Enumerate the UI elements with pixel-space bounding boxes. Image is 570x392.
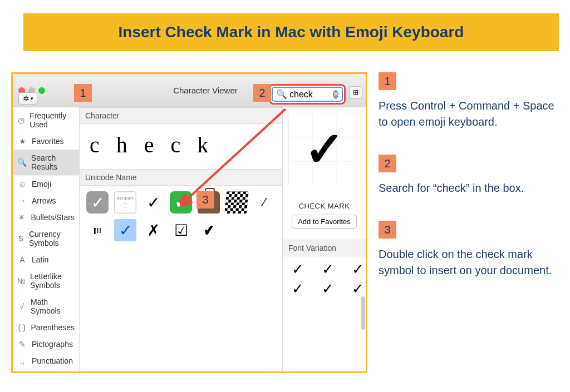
clock-icon: ◷ [17,116,25,125]
character-preview: ✓ [288,113,361,185]
character-grid: ✓ RECEIPT—— ✓ ✔ ⁄ ııı ✓ ✗ ☑ ✔ [80,186,282,252]
add-to-favorites-button[interactable]: Add to Favorites [292,215,357,229]
callout-badge-1: 1 [74,84,92,102]
step-text-1: Press Control + Command + Space to open … [379,98,559,130]
char-chequered-flag[interactable] [224,191,249,214]
font-variation-header: Font Variation [283,240,366,256]
font-variation-grid: ✓ ✓ ✓ ✓ ✓ ✓ [283,256,366,297]
section-character-header: Character [80,107,282,124]
results-pane: Character check Unicode Name ✓ RECEIPT——… [80,107,282,371]
numero-icon: № [17,276,26,285]
sidebar-item-letterlike[interactable]: №Letterlike Symbols [13,268,79,294]
char-bars[interactable]: ııı [86,219,109,241]
step-badge-2: 2 [379,155,396,172]
step-text-3: Double click on the check mark symbol to… [379,246,559,279]
root-icon: √ [17,302,26,311]
step-badge-1: 1 [379,72,396,90]
search-icon: 🔍 [17,158,27,167]
fv-glyph[interactable]: ✓ [352,280,374,297]
sidebar-item-frequently-used[interactable]: ◷Frequently Used [13,107,79,133]
page-title-banner: Insert Check Mark in Mac with Emoji Keyb… [23,13,559,51]
arrow-icon: → [17,196,27,205]
sidebar-item-parentheses[interactable]: ( )Parentheses [13,319,79,336]
fv-glyph[interactable]: ✓ [292,280,314,297]
paren-icon: ( ) [17,323,26,332]
compact-view-button[interactable]: ⊞ [349,86,362,98]
character-viewer-window: ✲▾ Character Viewer 🔍 ✕ ⊞ ◷Frequently Us… [11,72,367,373]
sidebar-item-punctuation[interactable]: .,Punctuation [13,353,79,369]
callout-badge-3: 3 [196,191,214,209]
gear-button[interactable]: ✲▾ [18,92,37,105]
gear-icon: ✲ [23,94,30,103]
scrollbar[interactable] [361,296,365,330]
character-preview-text: check [80,124,282,169]
pencil-icon: ✎ [17,340,27,349]
sidebar-item-math[interactable]: √Math Symbols [13,294,79,319]
char-ballot-box-check[interactable]: ✓ [86,191,109,214]
char-check[interactable]: ✓ [142,191,164,214]
clear-search-icon[interactable]: ✕ [333,90,338,99]
punct-icon: ., [17,356,27,365]
char-receipt[interactable]: RECEIPT—— [114,191,136,214]
fv-glyph[interactable]: ✓ [322,280,344,297]
search-field[interactable]: 🔍 ✕ [272,87,343,102]
latin-icon: A [17,255,27,264]
dollar-icon: $ [17,234,24,243]
char-boxed-check[interactable]: ☑ [170,219,192,241]
step-text-2: Search for “check” in the box. [379,180,559,196]
sidebar-item-latin[interactable]: ALatin [13,251,79,268]
chevron-down-icon: ▾ [31,96,33,101]
char-light-check[interactable]: ⁄ [253,191,276,214]
instructions: 1 Press Control + Command + Space to ope… [379,72,559,373]
section-unicode-header: Unicode Name [80,169,282,186]
window-titlebar: ✲▾ Character Viewer 🔍 ✕ ⊞ [13,74,366,107]
fv-glyph[interactable]: ✓ [322,261,344,278]
sidebar-item-bullets[interactable]: ✳Bullets/Stars [13,209,79,226]
preview-glyph: ✓ [304,121,345,177]
sidebar-item-arrows[interactable]: →Arrows [13,192,79,209]
sidebar-item-emoji[interactable]: ☺Emoji [13,175,79,192]
zoom-icon[interactable] [38,87,45,94]
search-icon: 🔍 [276,89,287,100]
star-icon: ★ [17,137,27,146]
char-heavy-check[interactable]: ✔ [200,219,218,241]
sidebar-item-favorites[interactable]: ★Favorites [13,133,79,150]
sidebar-item-pictographs[interactable]: ✎Pictographs [13,336,79,353]
search-highlight: 🔍 ✕ [269,84,346,105]
fv-glyph[interactable]: ✓ [352,261,374,278]
detail-pane: ✓ CHECK MARK Add to Favorites Font Varia… [282,107,366,371]
char-white-heavy-check[interactable]: ✔ [170,191,192,214]
callout-badge-2: 2 [253,84,271,102]
char-check-mark[interactable]: ✓ [114,219,136,241]
sidebar-item-search-results[interactable]: 🔍Search Results [13,150,79,175]
category-sidebar: ◷Frequently Used ★Favorites 🔍Search Resu… [13,107,80,371]
emoji-icon: ☺ [17,180,27,188]
search-input[interactable] [289,90,333,100]
page-title: Insert Check Mark in Mac with Emoji Keyb… [119,23,464,41]
char-x[interactable]: ✗ [142,219,164,241]
step-badge-3: 3 [379,221,396,239]
fv-glyph[interactable]: ✓ [292,261,314,278]
asterisk-icon: ✳ [17,213,26,222]
preview-label: CHECK MARK [283,202,366,210]
sidebar-item-currency[interactable]: $Currency Symbols [13,226,79,251]
